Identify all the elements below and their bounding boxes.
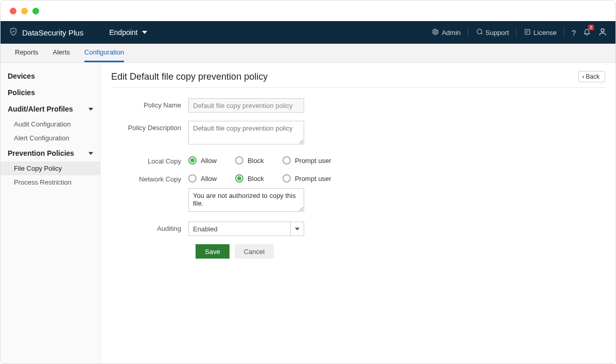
label-block-message xyxy=(116,188,188,191)
radio-label: Block xyxy=(248,157,264,165)
row-block-message: You are not authorized to copy this file… xyxy=(116,188,605,213)
chevron-down-icon xyxy=(290,222,304,235)
notification-badge: 2 xyxy=(588,25,594,30)
admin-label: Admin xyxy=(442,29,461,37)
radio-circle-icon xyxy=(283,174,291,183)
support-label: Support xyxy=(485,29,509,37)
radio-label: Block xyxy=(248,175,264,183)
label-local-copy: Local Copy xyxy=(116,154,188,165)
svg-point-0 xyxy=(435,31,437,33)
chevron-down-icon xyxy=(89,105,93,113)
license-label: License xyxy=(534,29,557,37)
label-policy-description: Policy Description xyxy=(116,121,188,132)
radio-circle-icon xyxy=(188,174,197,183)
sidebar-item-process-restriction[interactable]: Process Restriction xyxy=(1,175,100,189)
radio-circle-icon xyxy=(188,156,197,165)
tab-reports[interactable]: Reports xyxy=(15,44,39,62)
module-label: Endpoint xyxy=(109,28,137,37)
window-minimize-dot[interactable] xyxy=(21,8,28,14)
tab-configuration[interactable]: Configuration xyxy=(84,44,124,62)
admin-link[interactable]: Admin xyxy=(432,28,461,37)
sidebar: Devices Policies Audit/Alert Profiles Au… xyxy=(1,63,101,363)
help-link[interactable]: ? xyxy=(572,28,576,37)
separator xyxy=(564,28,565,37)
window-maximize-dot[interactable] xyxy=(32,8,39,14)
sidebar-item-devices[interactable]: Devices xyxy=(1,68,100,84)
block-message-textarea[interactable]: You are not authorized to copy this file… xyxy=(188,188,304,212)
user-icon xyxy=(598,27,607,38)
radio-network-prompt[interactable]: Prompt user xyxy=(283,174,331,183)
label-auditing: Auditing xyxy=(116,222,188,232)
brand-label: DataSecurity Plus xyxy=(22,28,83,37)
radio-label: Prompt user xyxy=(295,157,331,165)
topbar: DataSecurity Plus Endpoint Admin Support xyxy=(1,21,615,44)
label-network-copy: Network Copy xyxy=(116,172,188,183)
radio-label: Prompt user xyxy=(295,175,331,183)
sidebar-item-policies[interactable]: Policies xyxy=(1,84,100,101)
license-link[interactable]: License xyxy=(524,28,557,37)
radio-local-prompt[interactable]: Prompt user xyxy=(283,156,331,165)
window-close-dot[interactable] xyxy=(10,8,16,14)
chevron-down-icon xyxy=(142,28,147,37)
page-header: Edit Default file copy prevention policy… xyxy=(111,71,605,88)
back-label: Back xyxy=(586,73,600,80)
help-icon: ? xyxy=(572,28,576,37)
policy-form: Policy Name Policy Description Default f… xyxy=(111,98,605,259)
auditing-value: Enabled xyxy=(189,225,290,233)
sidebar-item-prevention-policies[interactable]: Prevention Policies xyxy=(1,145,100,161)
tabbar: Reports Alerts Configuration xyxy=(1,44,615,63)
separator xyxy=(468,28,468,37)
body: Devices Policies Audit/Alert Profiles Au… xyxy=(1,63,615,363)
license-icon xyxy=(524,28,531,37)
row-policy-name: Policy Name xyxy=(116,98,605,113)
policy-name-input[interactable] xyxy=(188,98,304,113)
cancel-button[interactable]: Cancel xyxy=(235,244,274,259)
row-auditing: Auditing Enabled xyxy=(116,222,605,236)
radio-circle-icon xyxy=(283,156,291,165)
radio-local-block[interactable]: Block xyxy=(235,156,264,165)
radio-circle-icon xyxy=(235,174,243,183)
gear-icon xyxy=(432,28,439,37)
main-content: Edit Default file copy prevention policy… xyxy=(101,63,615,363)
notifications-button[interactable]: 2 xyxy=(583,28,591,37)
policy-description-textarea[interactable]: Default file copy prevention policy xyxy=(188,121,304,144)
radio-circle-icon xyxy=(235,156,243,165)
radio-label: Allow xyxy=(201,175,217,183)
form-buttons: Save Cancel xyxy=(196,244,605,259)
shield-icon xyxy=(9,27,18,38)
label-policy-name: Policy Name xyxy=(116,98,188,109)
row-network-copy: Network Copy Allow Block Prompt user xyxy=(116,172,605,183)
app-window: DataSecurity Plus Endpoint Admin Support xyxy=(0,0,616,364)
user-avatar[interactable] xyxy=(598,27,607,38)
row-local-copy: Local Copy Allow Block Prompt user xyxy=(116,154,605,165)
radio-local-allow[interactable]: Allow xyxy=(188,156,217,165)
topbar-right: Admin Support License ? xyxy=(432,27,607,38)
sidebar-prevention-policies-label: Prevention Policies xyxy=(8,149,74,157)
support-link[interactable]: Support xyxy=(476,28,509,37)
radio-network-allow[interactable]: Allow xyxy=(188,174,217,183)
sidebar-item-audit-config[interactable]: Audit Configuration xyxy=(1,117,100,131)
tab-alerts[interactable]: Alerts xyxy=(53,44,70,62)
back-button[interactable]: ‹ Back xyxy=(578,71,605,82)
window-titlebar xyxy=(1,1,615,21)
radio-network-block[interactable]: Block xyxy=(235,174,264,183)
chevron-left-icon: ‹ xyxy=(582,73,584,80)
module-dropdown[interactable]: Endpoint xyxy=(109,28,147,37)
separator xyxy=(516,28,517,37)
chat-icon xyxy=(476,28,483,37)
sidebar-item-file-copy-policy[interactable]: File Copy Policy xyxy=(1,161,100,175)
auditing-select[interactable]: Enabled xyxy=(188,222,304,236)
brand[interactable]: DataSecurity Plus xyxy=(9,27,83,38)
page-title: Edit Default file copy prevention policy xyxy=(111,71,268,82)
svg-point-2 xyxy=(601,29,604,32)
sidebar-item-audit-profiles[interactable]: Audit/Alert Profiles xyxy=(1,101,100,117)
sidebar-item-alert-config[interactable]: Alert Configuration xyxy=(1,131,100,145)
sidebar-audit-profiles-label: Audit/Alert Profiles xyxy=(8,105,73,113)
row-policy-description: Policy Description Default file copy pre… xyxy=(116,121,605,146)
chevron-down-icon xyxy=(89,149,93,157)
svg-rect-1 xyxy=(525,29,530,34)
radio-label: Allow xyxy=(201,157,217,165)
save-button[interactable]: Save xyxy=(196,244,230,259)
